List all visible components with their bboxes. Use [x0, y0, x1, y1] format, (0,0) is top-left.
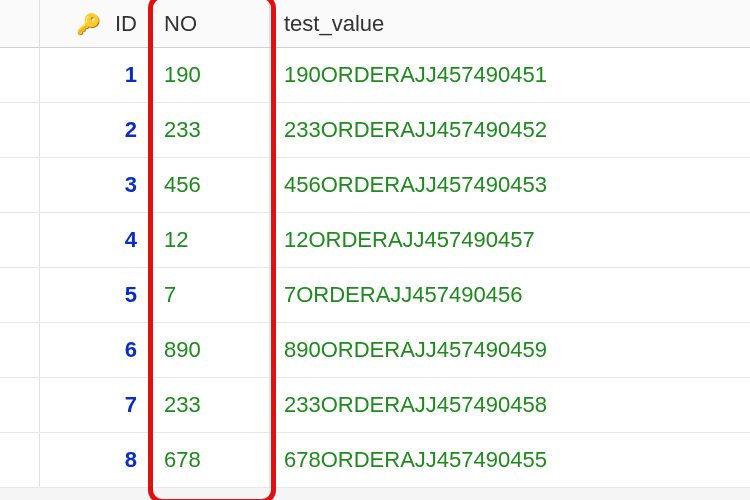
- cell-no[interactable]: 456: [150, 158, 270, 212]
- cell-no-value: 233: [164, 117, 201, 143]
- cell-id[interactable]: 8: [40, 433, 150, 487]
- cell-id-value: 8: [125, 447, 137, 473]
- cell-no-value: 678: [164, 447, 201, 473]
- primary-key-icon: 🔑: [76, 12, 101, 36]
- cell-test-value[interactable]: 12ORDERAJJ457490457: [270, 213, 750, 267]
- table-header-row: 🔑 ID NO test_value: [0, 0, 750, 48]
- cell-test-value[interactable]: 678ORDERAJJ457490455: [270, 433, 750, 487]
- cell-no-value: 12: [164, 227, 188, 253]
- cell-id-value: 4: [125, 227, 137, 253]
- row-gutter: [0, 48, 40, 102]
- cell-test-value-value: 233ORDERAJJ457490458: [284, 392, 547, 418]
- cell-test-value-value: 890ORDERAJJ457490459: [284, 337, 547, 363]
- column-header-no[interactable]: NO: [150, 0, 270, 47]
- table-row[interactable]: 6 890 890ORDERAJJ457490459: [0, 323, 750, 378]
- cell-test-value[interactable]: 190ORDERAJJ457490451: [270, 48, 750, 102]
- row-gutter: [0, 0, 40, 47]
- row-gutter: [0, 103, 40, 157]
- cell-no-value: 456: [164, 172, 201, 198]
- cell-test-value[interactable]: 233ORDERAJJ457490452: [270, 103, 750, 157]
- row-gutter: [0, 158, 40, 212]
- cell-id-value: 7: [125, 392, 137, 418]
- cell-id[interactable]: 6: [40, 323, 150, 377]
- cell-no-value: 7: [164, 282, 176, 308]
- row-gutter: [0, 323, 40, 377]
- cell-id[interactable]: 5: [40, 268, 150, 322]
- row-gutter: [0, 433, 40, 487]
- table-row[interactable]: 3 456 456ORDERAJJ457490453: [0, 158, 750, 213]
- cell-id-value: 3: [125, 172, 137, 198]
- cell-no[interactable]: 678: [150, 433, 270, 487]
- cell-no[interactable]: 890: [150, 323, 270, 377]
- row-gutter: [0, 378, 40, 432]
- row-gutter: [0, 213, 40, 267]
- column-header-id-label: ID: [115, 11, 137, 37]
- cell-test-value[interactable]: 456ORDERAJJ457490453: [270, 158, 750, 212]
- cell-test-value[interactable]: 233ORDERAJJ457490458: [270, 378, 750, 432]
- cell-no[interactable]: 233: [150, 378, 270, 432]
- column-header-test-value[interactable]: test_value: [270, 0, 750, 47]
- column-header-id[interactable]: 🔑 ID: [40, 0, 150, 47]
- table-row[interactable]: 4 12 12ORDERAJJ457490457: [0, 213, 750, 268]
- cell-id-value: 1: [125, 62, 137, 88]
- column-header-test-value-label: test_value: [284, 11, 384, 37]
- cell-no-value: 890: [164, 337, 201, 363]
- table-row[interactable]: 5 7 7ORDERAJJ457490456: [0, 268, 750, 323]
- cell-test-value-value: 233ORDERAJJ457490452: [284, 117, 547, 143]
- cell-id[interactable]: 2: [40, 103, 150, 157]
- cell-no[interactable]: 12: [150, 213, 270, 267]
- cell-id-value: 5: [125, 282, 137, 308]
- cell-id[interactable]: 4: [40, 213, 150, 267]
- cell-no[interactable]: 233: [150, 103, 270, 157]
- cell-no[interactable]: 7: [150, 268, 270, 322]
- cell-test-value-value: 12ORDERAJJ457490457: [284, 227, 535, 253]
- cell-id[interactable]: 7: [40, 378, 150, 432]
- table-row[interactable]: 8 678 678ORDERAJJ457490455: [0, 433, 750, 488]
- cell-test-value-value: 678ORDERAJJ457490455: [284, 447, 547, 473]
- table-row[interactable]: 2 233 233ORDERAJJ457490452: [0, 103, 750, 158]
- cell-test-value[interactable]: 7ORDERAJJ457490456: [270, 268, 750, 322]
- cell-id-value: 6: [125, 337, 137, 363]
- cell-test-value-value: 7ORDERAJJ457490456: [284, 282, 522, 308]
- column-header-no-label: NO: [164, 11, 197, 37]
- row-gutter: [0, 268, 40, 322]
- cell-id-value: 2: [125, 117, 137, 143]
- cell-test-value[interactable]: 890ORDERAJJ457490459: [270, 323, 750, 377]
- table-row[interactable]: 7 233 233ORDERAJJ457490458: [0, 378, 750, 433]
- cell-test-value-value: 456ORDERAJJ457490453: [284, 172, 547, 198]
- table-row[interactable]: 1 190 190ORDERAJJ457490451: [0, 48, 750, 103]
- cell-no-value: 233: [164, 392, 201, 418]
- cell-no[interactable]: 190: [150, 48, 270, 102]
- cell-id[interactable]: 1: [40, 48, 150, 102]
- cell-no-value: 190: [164, 62, 201, 88]
- data-grid[interactable]: 🔑 ID NO test_value 1 190 190ORDERAJJ4574…: [0, 0, 750, 488]
- cell-test-value-value: 190ORDERAJJ457490451: [284, 62, 547, 88]
- cell-id[interactable]: 3: [40, 158, 150, 212]
